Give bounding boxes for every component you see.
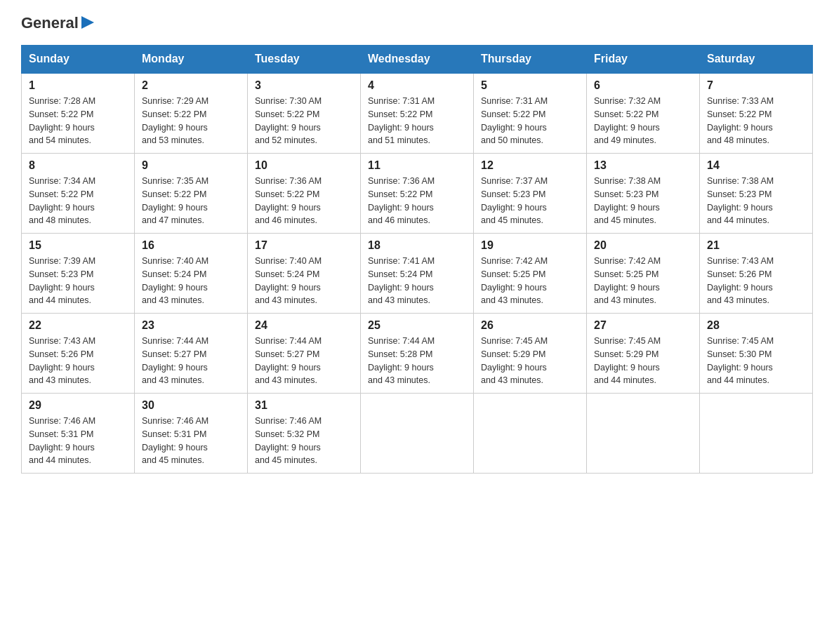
calendar-cell: [361, 394, 474, 474]
day-number: 26: [481, 319, 579, 332]
calendar-cell: 19 Sunrise: 7:42 AM Sunset: 5:25 PM Dayl…: [474, 234, 587, 314]
day-info: Sunrise: 7:45 AM Sunset: 5:30 PM Dayligh…: [707, 335, 805, 387]
calendar-cell: 14 Sunrise: 7:38 AM Sunset: 5:23 PM Dayl…: [700, 154, 813, 234]
day-number: 7: [707, 79, 805, 92]
calendar-cell: 12 Sunrise: 7:37 AM Sunset: 5:23 PM Dayl…: [474, 154, 587, 234]
day-info: Sunrise: 7:35 AM Sunset: 5:22 PM Dayligh…: [142, 175, 240, 227]
day-info: Sunrise: 7:44 AM Sunset: 5:27 PM Dayligh…: [142, 335, 240, 387]
calendar-cell: 30 Sunrise: 7:46 AM Sunset: 5:31 PM Dayl…: [135, 394, 248, 474]
day-info: Sunrise: 7:40 AM Sunset: 5:24 PM Dayligh…: [142, 255, 240, 307]
calendar-cell: 6 Sunrise: 7:32 AM Sunset: 5:22 PM Dayli…: [587, 73, 700, 154]
calendar-cell: 20 Sunrise: 7:42 AM Sunset: 5:25 PM Dayl…: [587, 234, 700, 314]
calendar-cell: 10 Sunrise: 7:36 AM Sunset: 5:22 PM Dayl…: [248, 154, 361, 234]
day-info: Sunrise: 7:43 AM Sunset: 5:26 PM Dayligh…: [707, 255, 805, 307]
day-number: 9: [142, 159, 240, 172]
day-number: 3: [255, 79, 353, 92]
day-info: Sunrise: 7:46 AM Sunset: 5:31 PM Dayligh…: [29, 415, 127, 467]
calendar-cell: 26 Sunrise: 7:45 AM Sunset: 5:29 PM Dayl…: [474, 314, 587, 394]
calendar-cell: 15 Sunrise: 7:39 AM Sunset: 5:23 PM Dayl…: [22, 234, 135, 314]
calendar-cell: 29 Sunrise: 7:46 AM Sunset: 5:31 PM Dayl…: [22, 394, 135, 474]
calendar-table: SundayMondayTuesdayWednesdayThursdayFrid…: [21, 45, 813, 474]
day-info: Sunrise: 7:37 AM Sunset: 5:23 PM Dayligh…: [481, 175, 579, 227]
calendar-cell: 21 Sunrise: 7:43 AM Sunset: 5:26 PM Dayl…: [700, 234, 813, 314]
calendar-cell: 11 Sunrise: 7:36 AM Sunset: 5:22 PM Dayl…: [361, 154, 474, 234]
calendar-cell: 5 Sunrise: 7:31 AM Sunset: 5:22 PM Dayli…: [474, 73, 587, 154]
day-info: Sunrise: 7:41 AM Sunset: 5:24 PM Dayligh…: [368, 255, 466, 307]
day-info: Sunrise: 7:36 AM Sunset: 5:22 PM Dayligh…: [368, 175, 466, 227]
calendar-cell: 17 Sunrise: 7:40 AM Sunset: 5:24 PM Dayl…: [248, 234, 361, 314]
col-header-wednesday: Wednesday: [361, 46, 474, 74]
day-info: Sunrise: 7:42 AM Sunset: 5:25 PM Dayligh…: [594, 255, 692, 307]
day-info: Sunrise: 7:46 AM Sunset: 5:32 PM Dayligh…: [255, 415, 353, 467]
day-info: Sunrise: 7:30 AM Sunset: 5:22 PM Dayligh…: [255, 95, 353, 147]
calendar-cell: 9 Sunrise: 7:35 AM Sunset: 5:22 PM Dayli…: [135, 154, 248, 234]
day-number: 12: [481, 159, 579, 172]
day-number: 25: [368, 319, 466, 332]
col-header-sunday: Sunday: [22, 46, 135, 74]
calendar-cell: 2 Sunrise: 7:29 AM Sunset: 5:22 PM Dayli…: [135, 73, 248, 154]
calendar-cell: 27 Sunrise: 7:45 AM Sunset: 5:29 PM Dayl…: [587, 314, 700, 394]
day-number: 30: [142, 399, 240, 412]
day-number: 29: [29, 399, 127, 412]
day-number: 8: [29, 159, 127, 172]
day-info: Sunrise: 7:31 AM Sunset: 5:22 PM Dayligh…: [481, 95, 579, 147]
calendar-week-row: 15 Sunrise: 7:39 AM Sunset: 5:23 PM Dayl…: [22, 234, 813, 314]
calendar-cell: 22 Sunrise: 7:43 AM Sunset: 5:26 PM Dayl…: [22, 314, 135, 394]
calendar-cell: 8 Sunrise: 7:34 AM Sunset: 5:22 PM Dayli…: [22, 154, 135, 234]
day-info: Sunrise: 7:28 AM Sunset: 5:22 PM Dayligh…: [29, 95, 127, 147]
day-number: 10: [255, 159, 353, 172]
day-info: Sunrise: 7:34 AM Sunset: 5:22 PM Dayligh…: [29, 175, 127, 227]
day-number: 4: [368, 79, 466, 92]
calendar-cell: 25 Sunrise: 7:44 AM Sunset: 5:28 PM Dayl…: [361, 314, 474, 394]
day-info: Sunrise: 7:42 AM Sunset: 5:25 PM Dayligh…: [481, 255, 579, 307]
day-number: 28: [707, 319, 805, 332]
col-header-tuesday: Tuesday: [248, 46, 361, 74]
day-number: 2: [142, 79, 240, 92]
day-number: 17: [255, 239, 353, 252]
calendar-cell: 3 Sunrise: 7:30 AM Sunset: 5:22 PM Dayli…: [248, 73, 361, 154]
page-header: General: [21, 14, 813, 32]
col-header-thursday: Thursday: [474, 46, 587, 74]
day-info: Sunrise: 7:38 AM Sunset: 5:23 PM Dayligh…: [594, 175, 692, 227]
calendar-cell: 16 Sunrise: 7:40 AM Sunset: 5:24 PM Dayl…: [135, 234, 248, 314]
day-number: 15: [29, 239, 127, 252]
calendar-cell: 4 Sunrise: 7:31 AM Sunset: 5:22 PM Dayli…: [361, 73, 474, 154]
day-info: Sunrise: 7:44 AM Sunset: 5:28 PM Dayligh…: [368, 335, 466, 387]
day-info: Sunrise: 7:45 AM Sunset: 5:29 PM Dayligh…: [481, 335, 579, 387]
logo: General: [21, 14, 94, 32]
day-info: Sunrise: 7:32 AM Sunset: 5:22 PM Dayligh…: [594, 95, 692, 147]
calendar-week-row: 8 Sunrise: 7:34 AM Sunset: 5:22 PM Dayli…: [22, 154, 813, 234]
calendar-week-row: 22 Sunrise: 7:43 AM Sunset: 5:26 PM Dayl…: [22, 314, 813, 394]
day-info: Sunrise: 7:40 AM Sunset: 5:24 PM Dayligh…: [255, 255, 353, 307]
day-number: 27: [594, 319, 692, 332]
day-info: Sunrise: 7:36 AM Sunset: 5:22 PM Dayligh…: [255, 175, 353, 227]
day-info: Sunrise: 7:31 AM Sunset: 5:22 PM Dayligh…: [368, 95, 466, 147]
calendar-week-row: 29 Sunrise: 7:46 AM Sunset: 5:31 PM Dayl…: [22, 394, 813, 474]
col-header-friday: Friday: [587, 46, 700, 74]
day-number: 22: [29, 319, 127, 332]
calendar-cell: 24 Sunrise: 7:44 AM Sunset: 5:27 PM Dayl…: [248, 314, 361, 394]
calendar-week-row: 1 Sunrise: 7:28 AM Sunset: 5:22 PM Dayli…: [22, 73, 813, 154]
calendar-cell: 18 Sunrise: 7:41 AM Sunset: 5:24 PM Dayl…: [361, 234, 474, 314]
logo-general: General: [21, 14, 79, 32]
day-number: 11: [368, 159, 466, 172]
day-number: 24: [255, 319, 353, 332]
day-info: Sunrise: 7:45 AM Sunset: 5:29 PM Dayligh…: [594, 335, 692, 387]
calendar-cell: 23 Sunrise: 7:44 AM Sunset: 5:27 PM Dayl…: [135, 314, 248, 394]
calendar-header-row: SundayMondayTuesdayWednesdayThursdayFrid…: [22, 46, 813, 74]
day-number: 23: [142, 319, 240, 332]
day-info: Sunrise: 7:38 AM Sunset: 5:23 PM Dayligh…: [707, 175, 805, 227]
calendar-cell: 13 Sunrise: 7:38 AM Sunset: 5:23 PM Dayl…: [587, 154, 700, 234]
day-info: Sunrise: 7:39 AM Sunset: 5:23 PM Dayligh…: [29, 255, 127, 307]
day-number: 20: [594, 239, 692, 252]
calendar-cell: 7 Sunrise: 7:33 AM Sunset: 5:22 PM Dayli…: [700, 73, 813, 154]
calendar-cell: [700, 394, 813, 474]
day-number: 19: [481, 239, 579, 252]
calendar-cell: 1 Sunrise: 7:28 AM Sunset: 5:22 PM Dayli…: [22, 73, 135, 154]
day-info: Sunrise: 7:43 AM Sunset: 5:26 PM Dayligh…: [29, 335, 127, 387]
day-number: 6: [594, 79, 692, 92]
day-number: 13: [594, 159, 692, 172]
svg-marker-0: [81, 16, 94, 29]
day-number: 16: [142, 239, 240, 252]
day-number: 31: [255, 399, 353, 412]
